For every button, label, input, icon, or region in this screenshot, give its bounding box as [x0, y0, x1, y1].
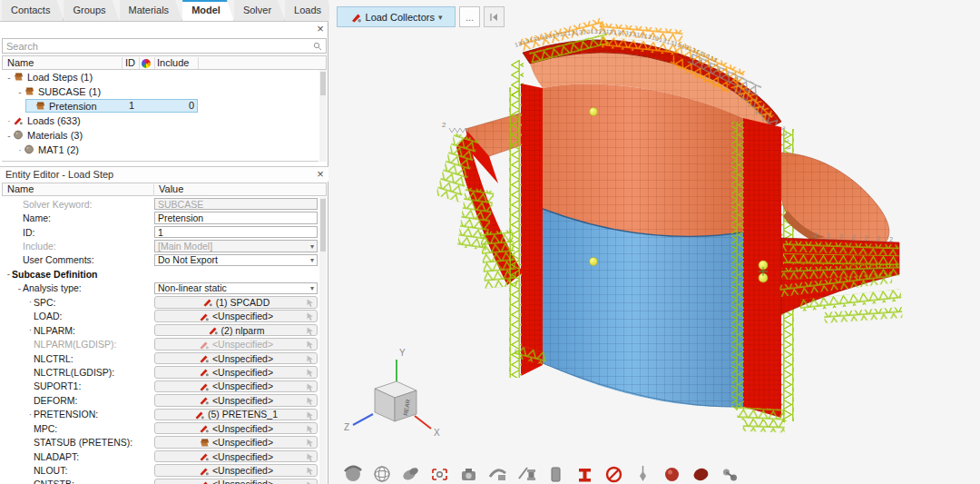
tab-loads[interactable]: Loads	[285, 0, 335, 21]
wireframe-view-icon[interactable]	[371, 459, 392, 484]
load-icon	[199, 381, 210, 391]
editor-row: Name:	[2, 211, 319, 224]
editor-value-input[interactable]	[154, 212, 318, 224]
tree-expander[interactable]: -	[16, 87, 24, 97]
fea-model[interactable]: 2	[329, 0, 903, 433]
editor-row-label: CNTSTB:	[34, 479, 74, 484]
section-cut-icon[interactable]	[487, 459, 508, 484]
tab-materials[interactable]: Materials	[120, 0, 183, 21]
more-options-button[interactable]: ...	[459, 6, 480, 27]
pick-cursor-icon	[306, 425, 314, 436]
graphics-viewport[interactable]: 2	[329, 0, 980, 484]
editor-value-dropdown[interactable]: Do Not Export▾	[154, 254, 318, 267]
pick-cursor-icon	[306, 397, 314, 408]
tab-model[interactable]: Model	[182, 0, 234, 21]
pretension-load-icon[interactable]	[574, 459, 595, 484]
snapshot-icon[interactable]	[458, 459, 479, 484]
pick-cursor-icon	[306, 453, 314, 464]
tree-item[interactable]: ·Loads (633)	[2, 114, 318, 128]
editor-expander[interactable]: ·	[27, 297, 34, 307]
tab-solver[interactable]: Solver	[234, 0, 285, 21]
editor-entity-selector[interactable]: (2) nlparm	[154, 324, 318, 337]
loadstep-icon	[24, 86, 36, 97]
pick-cursor-icon	[306, 411, 314, 422]
pick-cursor-icon	[306, 467, 314, 478]
shaded-view-icon[interactable]	[400, 459, 421, 484]
editor-entity-selector[interactable]: <Unspecified>	[154, 479, 318, 484]
editor-row: ID:	[2, 225, 319, 239]
tree-item[interactable]: Pretension10	[2, 99, 318, 114]
tree-item[interactable]: -Materials (3)	[2, 128, 318, 143]
editor-row-label: NLPARM(LGDISP):	[34, 339, 116, 350]
constraint-off-icon[interactable]	[603, 459, 624, 484]
tree-expander[interactable]: ·	[16, 145, 24, 155]
tree-item[interactable]: -Load Steps (1)	[2, 70, 318, 84]
pick-cursor-icon	[306, 383, 314, 394]
editor-entity-selector[interactable]: <Unspecified>	[154, 394, 318, 407]
editor-row-label: NLCTRL:	[34, 353, 74, 364]
search-box	[2, 38, 327, 54]
left-cut-strip	[509, 84, 548, 378]
editor-entity-selector[interactable]: <Unspecified>	[154, 310, 318, 322]
fit-view-icon[interactable]	[429, 459, 450, 484]
load-icon	[199, 451, 210, 461]
load-icon	[13, 115, 25, 126]
editor-value-dropdown[interactable]: Non-linear static▾	[154, 282, 318, 295]
tree-scrollbar[interactable]	[319, 70, 327, 162]
cylinder-orange-half	[543, 84, 743, 236]
pick-cursor-icon	[306, 369, 314, 380]
pick-cursor-icon	[306, 341, 314, 351]
viewport-toolbar: Load Collectors ▾ ...	[337, 6, 505, 27]
editor-entity-selector[interactable]: <Unspecified>	[154, 422, 318, 435]
load-icon	[199, 479, 210, 484]
tree-item[interactable]: ·MAT1 (2)	[2, 143, 318, 157]
editor-row: DEFORM:<Unspecified>	[2, 393, 319, 407]
material-icon	[24, 144, 36, 155]
entity-editor-title: Entity Editor - Load Step	[0, 166, 328, 182]
tab-groups[interactable]: Groups	[64, 0, 119, 21]
tree-expander[interactable]: -	[5, 73, 13, 83]
editor-entity-selector[interactable]: <Unspecified>	[154, 366, 318, 379]
collapse-toolbar-button[interactable]	[484, 6, 505, 27]
editor-entity-selector[interactable]: <Unspecified>	[154, 380, 318, 393]
browser-close-icon[interactable]: ×	[314, 24, 327, 36]
editor-entity-selector[interactable]: <Unspecified>	[154, 464, 318, 477]
chevron-down-icon: ▾	[438, 13, 443, 22]
entity-editor-close-icon[interactable]: ×	[314, 169, 327, 182]
joint-icon[interactable]	[720, 459, 740, 484]
load-collectors-button[interactable]: Load Collectors ▾	[337, 6, 456, 27]
editor-scrollbar[interactable]	[319, 197, 327, 484]
measure-icon[interactable]	[516, 459, 537, 484]
contact-icon[interactable]	[662, 459, 682, 484]
editor-entity-selector[interactable]: (5) PRETENS_1	[154, 409, 318, 421]
tab-contacts[interactable]: Contacts	[2, 0, 64, 21]
editor-entity-selector[interactable]: <Unspecified>	[154, 352, 318, 365]
browser-column-header[interactable]: Name ID Include	[2, 55, 327, 70]
loadstep-icon	[13, 72, 25, 83]
load-icon	[199, 311, 210, 321]
search-input[interactable]	[6, 41, 313, 52]
editor-expander[interactable]: ·	[27, 325, 34, 335]
editor-entity-selector[interactable]: <Unspecified>	[154, 450, 318, 463]
editor-entity-selector[interactable]: (1) SPCADD	[154, 296, 318, 309]
editor-row-label: DEFORM:	[34, 395, 77, 406]
rotate-view-icon[interactable]	[342, 459, 363, 484]
editor-entity-selector[interactable]: <Unspecified>	[154, 436, 318, 449]
editor-expander[interactable]: -	[5, 269, 12, 279]
tree-expander[interactable]: ·	[5, 116, 13, 126]
mask-icon[interactable]	[691, 459, 711, 484]
plumb-icon[interactable]	[632, 459, 653, 484]
view-cube[interactable]: Y Z X REAR	[344, 348, 440, 438]
column-id: ID	[125, 57, 135, 68]
tree-expander[interactable]: -	[5, 131, 13, 141]
panel-icon[interactable]	[545, 459, 566, 484]
editor-column-value: Value	[159, 183, 183, 194]
model-canvas[interactable]: 2	[329, 0, 980, 484]
editor-value-input[interactable]	[154, 226, 318, 239]
editor-expander[interactable]: ·	[27, 410, 34, 420]
tree-item[interactable]: -SUBCASE (1)	[2, 84, 318, 99]
axis-y-label: Y	[399, 348, 406, 358]
load-icon	[199, 340, 210, 350]
editor-expander[interactable]: -	[16, 283, 23, 293]
chevron-down-icon: ▾	[310, 284, 314, 292]
